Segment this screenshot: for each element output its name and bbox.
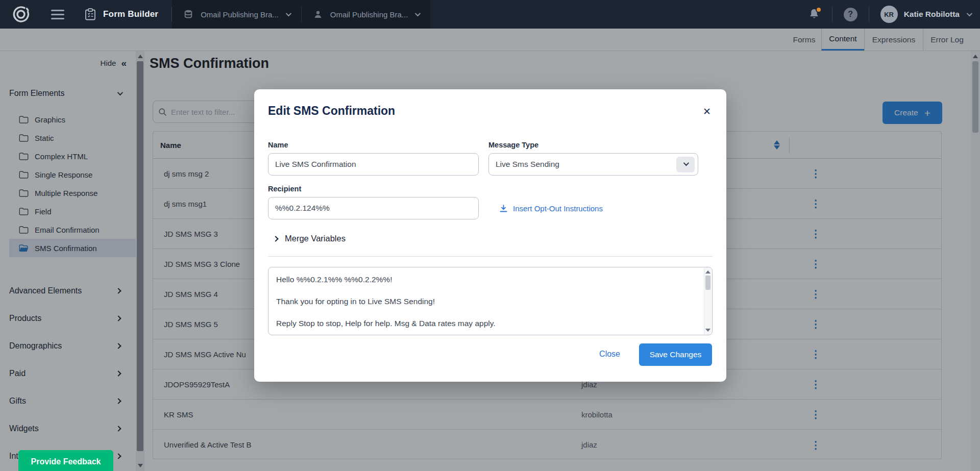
message-type-label: Message Type <box>488 141 538 149</box>
message-line: Reply Stop to stop, Help for help. Msg &… <box>276 318 697 329</box>
notifications-button[interactable] <box>807 8 821 21</box>
chevron-down-icon[interactable] <box>967 11 972 16</box>
modal-divider <box>268 256 713 257</box>
scrollbar-thumb[interactable] <box>705 276 710 290</box>
navbar-divider <box>869 7 869 22</box>
omeda-logo-icon <box>12 6 30 23</box>
app-screen: Form Builder Omail Publishing Bra... Oma… <box>0 0 980 471</box>
message-line: Hello %%0.2.1%% %%0.2.2%%! <box>276 274 697 285</box>
question-icon: ? <box>848 10 853 19</box>
notification-badge <box>816 7 822 13</box>
brand-switcher-dropdown[interactable]: Omail Publishing Bra... <box>302 0 431 29</box>
avatar-initials: KR <box>884 11 894 18</box>
user-avatar[interactable]: KR <box>880 6 898 23</box>
product-title: Form Builder <box>103 9 158 19</box>
context-switchers: Omail Publishing Bra... Omail Publishing… <box>172 0 430 29</box>
message-textarea[interactable]: Hello %%0.2.1%% %%0.2.2%%! Thank you for… <box>268 267 713 335</box>
database-icon <box>183 9 193 19</box>
close-icon[interactable]: ✕ <box>703 107 711 116</box>
user-name: Katie Robilotta <box>904 10 960 19</box>
help-button[interactable]: ? <box>844 8 857 21</box>
save-changes-button[interactable]: Save Changes <box>639 343 712 366</box>
name-label: Name <box>268 141 288 149</box>
modal-close-button[interactable]: Close <box>599 350 620 359</box>
navbar-divider <box>832 7 832 22</box>
clipboard-icon <box>85 8 96 20</box>
chevron-down-icon <box>683 160 689 166</box>
edit-sms-confirmation-modal: Edit SMS Confirmation ✕ Name Message Typ… <box>254 89 726 382</box>
database-switcher-dropdown[interactable]: Omail Publishing Bra... <box>172 0 301 29</box>
database-switcher-label: Omail Publishing Bra... <box>201 10 279 19</box>
insert-optout-label: Insert Opt-Out Instructions <box>513 204 603 213</box>
message-type-select[interactable]: Live Sms Sending <box>488 153 698 176</box>
scroll-down-arrow-icon[interactable] <box>705 329 710 332</box>
merge-variables-label: Merge Variables <box>285 234 346 243</box>
chevron-right-icon <box>273 236 278 241</box>
message-type-value: Live Sms Sending <box>496 160 559 169</box>
name-field[interactable] <box>268 153 479 176</box>
menu-hamburger-icon[interactable] <box>51 10 64 19</box>
recipient-label: Recipient <box>268 185 301 193</box>
chevron-down-icon <box>415 11 421 16</box>
scroll-up-arrow-icon[interactable] <box>705 270 710 274</box>
modal-title: Edit SMS Confirmation <box>268 104 395 118</box>
select-caret-button[interactable] <box>676 157 695 172</box>
top-navbar: Form Builder Omail Publishing Bra... Oma… <box>0 0 980 29</box>
textarea-scrollbar[interactable] <box>704 268 712 334</box>
download-icon <box>499 204 508 213</box>
brand-switcher-label: Omail Publishing Bra... <box>330 10 408 19</box>
recipient-field[interactable] <box>268 197 479 219</box>
provide-feedback-button[interactable]: Provide Feedback <box>18 450 113 471</box>
person-icon <box>313 9 323 19</box>
message-line: Thank you for opting in to Live SMS Send… <box>276 296 697 307</box>
product-home[interactable]: Form Builder <box>85 8 158 20</box>
merge-variables-expander[interactable]: Merge Variables <box>274 234 346 243</box>
navbar-right: ? KR Katie Robilotta <box>807 6 980 23</box>
chevron-down-icon <box>286 11 291 16</box>
insert-optout-link[interactable]: Insert Opt-Out Instructions <box>499 204 603 213</box>
